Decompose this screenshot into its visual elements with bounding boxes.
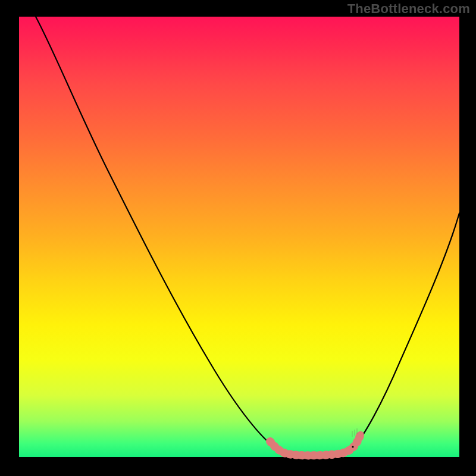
transition-dot [352, 446, 353, 447]
curve-black [36, 17, 459, 452]
plot-gradient-area [19, 17, 459, 457]
watermark-text: TheBottleneck.com [347, 1, 470, 17]
curve-valley-pink-fill [270, 434, 361, 455]
chart-frame: TheBottleneck.com [0, 0, 476, 476]
chart-svg [19, 17, 459, 457]
